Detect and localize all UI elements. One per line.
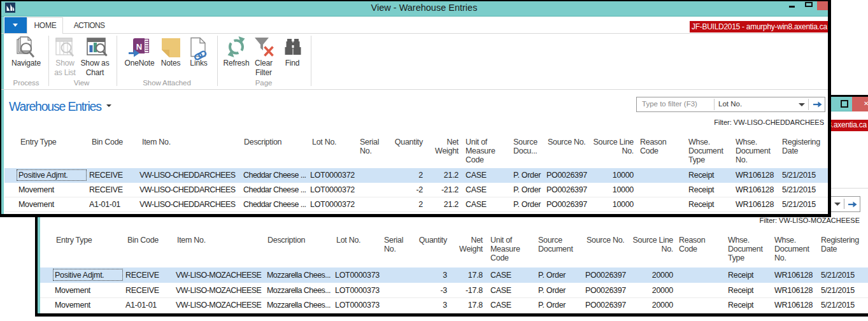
svg-text:N: N	[136, 42, 142, 52]
